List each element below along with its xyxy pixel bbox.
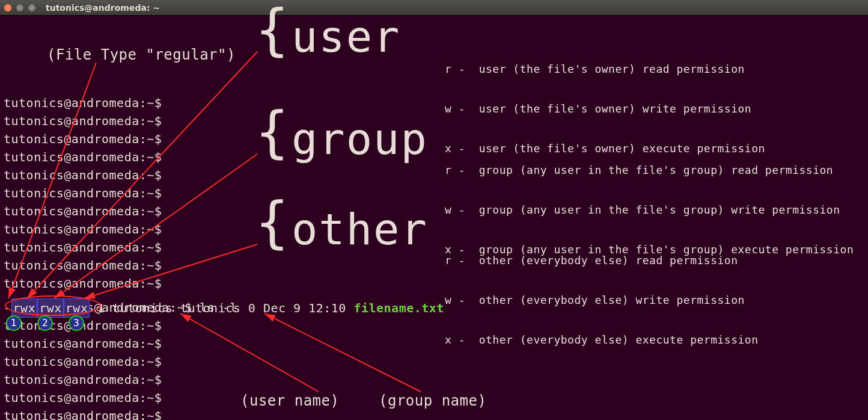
ls-output-row: -rwxrwxrwx 1 tutonics tutonics 0 Dec 9 1… <box>4 298 444 318</box>
ls-links: 1 <box>97 301 105 315</box>
brace-group-icon: { <box>255 124 289 142</box>
perm-triad-user: rwx <box>11 298 38 318</box>
shell-prompt-line: tutonics@andromeda:~$ <box>4 202 162 220</box>
shell-prompt-line: tutonics@andromeda:~$ <box>4 389 162 407</box>
shell-prompt-line: tutonics@andromeda:~$ <box>4 166 162 184</box>
explain-group: r - group (any user in the file's group)… <box>445 137 854 283</box>
window-minimize-button[interactable] <box>16 4 24 12</box>
shell-prompt-line: tutonics@andromeda:~$ <box>4 94 162 112</box>
label-other: other <box>292 220 428 238</box>
shell-prompt-line: tutonics@andromeda:~$ <box>4 407 162 420</box>
label-user: user <box>292 28 400 46</box>
ls-group: tutonics <box>180 301 240 315</box>
ls-user: tutonics <box>112 301 173 315</box>
window-close-button[interactable] <box>4 4 12 12</box>
brace-user-icon: { <box>255 22 289 40</box>
ls-filename: filename.txt <box>353 301 444 315</box>
shell-prompt-line: tutonics@andromeda:~$ <box>4 256 162 274</box>
shell-prompt-line: tutonics@andromeda:~$ <box>4 371 162 389</box>
window-title: tutonics@andromeda: ~ <box>46 3 160 13</box>
brace-other-icon: { <box>255 214 289 232</box>
explain-user: r - user (the file's owner) read permiss… <box>445 36 765 182</box>
perm-triad-group: rwx <box>37 298 64 318</box>
ls-size: 0 <box>248 301 256 315</box>
annotation-username: (user name) <box>240 392 339 410</box>
shell-prompt-line: tutonics@andromeda:~$ <box>4 238 162 256</box>
shell-prompt-line: tutonics@andromeda:~$ <box>4 130 162 148</box>
perm-triad-other: rwx <box>64 298 90 318</box>
annotation-groupname: (group name) <box>379 392 486 410</box>
window-titlebar: tutonics@andromeda: ~ <box>0 0 868 16</box>
window-maximize-button[interactable] <box>28 4 36 12</box>
svg-line-5 <box>264 313 421 392</box>
shell-prompt-line: tutonics@andromeda:~$ <box>4 220 162 238</box>
explain-other: r - other (everybody else) read permissi… <box>445 227 759 373</box>
shell-prompt-line: tutonics@andromeda:~$ <box>4 335 162 353</box>
annotation-filetype: (File Type "regular") <box>47 46 236 64</box>
shell-prompt-line: tutonics@andromeda:~$ <box>4 184 162 202</box>
ls-date: Dec 9 12:10 <box>263 301 346 315</box>
label-group: group <box>292 130 428 148</box>
shell-prompt-line: tutonics@andromeda:~$ <box>4 353 162 371</box>
terminal[interactable]: tutonics@andromeda:~$tutonics@andromeda:… <box>0 16 868 420</box>
shell-prompt-line: tutonics@andromeda:~$ <box>4 148 162 166</box>
shell-prompt-line: tutonics@andromeda:~$ <box>4 112 162 130</box>
file-type-char: - <box>4 301 11 315</box>
